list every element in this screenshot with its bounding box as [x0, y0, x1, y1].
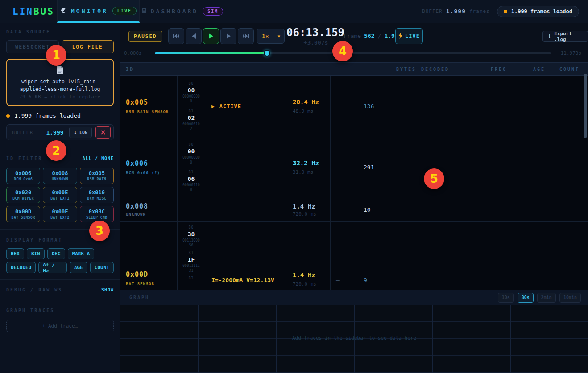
table-row-0x006[interactable]: 0x006 BCM 0x06 (?) B000000000000 B106000…	[120, 137, 588, 197]
row-period: 31.0 ms	[293, 169, 330, 175]
byte-dec: 56	[189, 243, 194, 247]
byte-label: B1	[189, 251, 194, 255]
id-filter-0x010[interactable]: 0x010BCM MISC	[80, 187, 114, 203]
col-decoded: DECODED	[421, 67, 449, 72]
range-30s-button[interactable]: 30s	[518, 293, 534, 303]
download-log-button[interactable]: ↓ LOG	[69, 127, 92, 138]
header-buffer-status: BUFFER 1.999 frames	[422, 8, 490, 15]
row-decoded: ▶ACTIVE	[211, 103, 241, 110]
id-filter-0x00D[interactable]: 0x00DBAT SENSOR	[6, 206, 40, 222]
row-period: 720.0 ms	[293, 211, 330, 217]
all-none-link[interactable]: ALL / NONE	[83, 156, 114, 161]
format-hex-toggle[interactable]: HEX	[6, 248, 24, 259]
col-age: AGE	[533, 67, 545, 72]
header-right: BUFFER 1.999 frames 1.999 frames loaded	[422, 0, 588, 23]
tab-dashboard[interactable]: DASHBOARD SIM	[140, 0, 225, 23]
range-2min-button[interactable]: 2min	[537, 293, 556, 303]
id-name: BAT EXT1	[50, 197, 70, 201]
lightning-bolt-icon	[398, 32, 402, 41]
byte-label: B0	[189, 225, 194, 230]
format-dec-toggle[interactable]: DEC	[47, 248, 65, 259]
timeline-thumb[interactable]	[264, 50, 270, 57]
step-back-button[interactable]	[186, 28, 202, 44]
row-count: 9	[364, 277, 367, 283]
log-file-button[interactable]: LOG FILE	[62, 40, 114, 53]
skip-end-button[interactable]	[238, 28, 254, 44]
format-age-toggle[interactable]: AGE	[70, 262, 87, 273]
byte-dec: 0	[190, 160, 192, 164]
id-filter-0x03C[interactable]: 0x03CSLEEP CMD	[80, 206, 114, 222]
export-log-button[interactable]: ↓ Export .log	[542, 31, 588, 42]
byte-dec: 6	[190, 188, 192, 192]
id-filter-0x008[interactable]: 0x008UNKNOWN	[43, 168, 77, 184]
id-name: BCM 0x06	[14, 177, 33, 181]
id-filter-section: ID FILTER ALL / NONE 0x006BCM 0x06 0x008…	[0, 148, 120, 230]
buffer-row-value: 1.999	[46, 129, 63, 136]
table-row-0x005[interactable]: 0x005 RSM RAIN SENSOR B000000000000 B102…	[120, 76, 588, 137]
format-bin-toggle[interactable]: BIN	[27, 248, 45, 259]
id-name: BAT EXT2	[50, 216, 70, 220]
row-count: 10	[364, 206, 371, 213]
byte-hex: 00	[188, 87, 195, 94]
status-dot-icon	[6, 114, 10, 118]
id-name: BCM WIPER	[12, 197, 34, 201]
row-bytes: B000000000000 B102000000102	[178, 76, 205, 137]
range-10min-button[interactable]: 10min	[559, 293, 581, 303]
range-10s-button[interactable]: 10s	[498, 293, 514, 303]
frames-loaded-text: 1.999 frames loaded	[511, 8, 572, 15]
id-name: BCM MISC	[87, 197, 107, 201]
frame-table-header: ID BYTES DECODED FREQ AGE COUNT	[120, 62, 588, 76]
byte-label: B1	[189, 109, 194, 113]
row-freq: 1.4 Hz	[293, 203, 330, 210]
id-filter-0x020[interactable]: 0x020BCM WIPER	[6, 187, 40, 203]
id-filter-0x006[interactable]: 0x006BCM 0x06	[6, 168, 40, 184]
byte-label: B0	[189, 143, 194, 147]
row-freq: 20.4 Hz	[293, 98, 330, 106]
id-filter-0x00E[interactable]: 0x00EBAT EXT1	[43, 187, 77, 203]
timeline-slider[interactable]	[155, 52, 551, 54]
tab-dashboard-label: DASHBOARD	[151, 8, 198, 15]
byte-label: B1	[189, 170, 194, 174]
table-scrollbar-thumb[interactable]	[584, 74, 587, 138]
log-file-name: wiper-set-auto-lvl5_rain-applied-less-mo…	[10, 78, 111, 93]
status-dot-icon	[504, 10, 507, 13]
id-filter-0x00F[interactable]: 0x00FBAT EXT2	[43, 206, 77, 222]
frames-loaded-label: 1.999 frames loaded	[14, 112, 81, 119]
id-value: 0x010	[89, 189, 105, 196]
id-value: 0x005	[89, 170, 105, 176]
live-button[interactable]: LIVE	[395, 28, 423, 44]
speed-select[interactable]: 1× ▾	[257, 29, 285, 44]
graph-traces-title: GRAPH TRACES	[6, 308, 114, 313]
row-age: –	[336, 103, 340, 110]
format-decoded-toggle[interactable]: DECODED	[6, 262, 36, 273]
graph-title: GRAPH	[129, 295, 149, 300]
logo-bus: BUS	[33, 6, 54, 17]
app-header: LINBUS MONITOR LIVE DASHBOARD SIM BUFFER…	[0, 0, 588, 23]
byte-bin: 00000000	[182, 94, 200, 98]
row-age: –	[336, 277, 340, 283]
byte-bin: 00000110	[182, 183, 200, 187]
tab-monitor[interactable]: MONITOR LIVE	[57, 0, 140, 23]
col-bytes: BYTES	[396, 67, 416, 72]
add-trace-button[interactable]: + Add trace…	[6, 320, 114, 332]
log-file-card[interactable]: wiper-set-auto-lvl5_rain-applied-less-mo…	[6, 59, 114, 106]
col-freq: FREQ	[491, 67, 507, 72]
step-forward-button[interactable]	[220, 28, 236, 44]
clear-buffer-button[interactable]: ×	[95, 126, 111, 139]
active-marker-icon: ▶	[211, 104, 215, 109]
id-filter-0x005[interactable]: 0x005RSM RAIN	[80, 168, 114, 184]
format-count-toggle[interactable]: COUNT	[90, 262, 114, 273]
table-row-0x008[interactable]: 0x008 UNKNOWN – 1.4 Hz 720.0 ms – 10	[120, 197, 588, 222]
skip-start-button[interactable]	[168, 28, 184, 44]
table-row-0x00D[interactable]: 0x00D BAT SENSOR B0380011100056 B11F0001…	[120, 222, 588, 290]
annotation-mark-3: 3	[89, 221, 110, 241]
debug-show-link[interactable]: SHOW	[101, 287, 114, 292]
play-button[interactable]	[203, 28, 219, 44]
annotation-mark-1: 1	[46, 45, 66, 66]
buffer-unit: frames	[469, 8, 490, 14]
format-mark-delta-toggle[interactable]: MARK Δ	[68, 248, 95, 259]
chevron-down-icon: ▾	[277, 33, 280, 39]
format-dt-hz-toggle[interactable]: Δt / Hz	[38, 262, 67, 273]
graph-empty-message: Add traces in the sidebar to see data he…	[120, 335, 588, 341]
linbus-app: LINBUS MONITOR LIVE DASHBOARD SIM BUFFER…	[0, 0, 588, 373]
